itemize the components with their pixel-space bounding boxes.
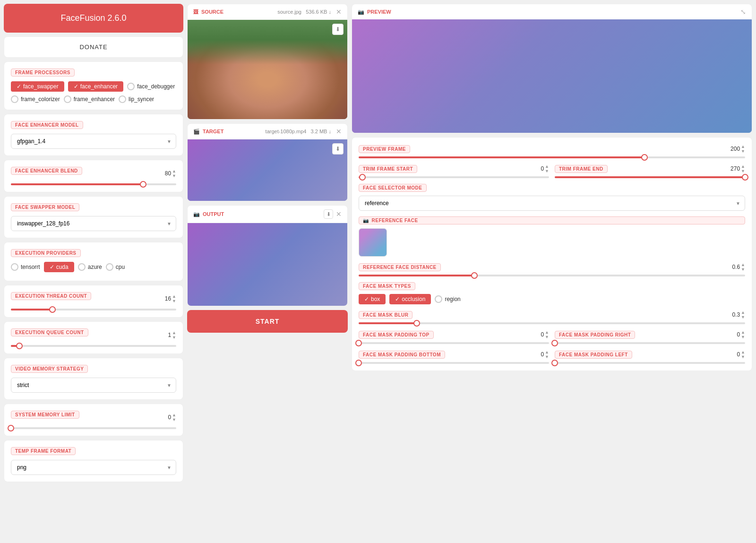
face-mask-padding-bottom-spinner[interactable]: ▲▼ bbox=[545, 350, 549, 359]
target-card-header: 🎬 TARGET target-1080p.mp4 3.2 MB ↓ ✕ bbox=[188, 124, 347, 139]
mask-type-occlusion[interactable]: ✓ occlusion bbox=[389, 294, 431, 304]
processor-frame-enhancer[interactable]: frame_enhancer bbox=[64, 95, 115, 103]
face-mask-padding-top-thumb[interactable] bbox=[355, 340, 362, 346]
reference-face-row: 📷 REFERENCE FACE bbox=[359, 216, 745, 257]
face-enhancer-model-label: FACE ENHANCER MODEL bbox=[11, 121, 83, 129]
face-mask-types-label: FACE MASK TYPES bbox=[359, 282, 415, 290]
temp-frame-format-select-wrapper: png jpg bmp bbox=[11, 460, 176, 475]
processor-frame-colorizer-checkbox bbox=[11, 95, 18, 103]
reference-face-distance-track bbox=[359, 275, 745, 276]
system-memory-limit-spinner[interactable]: ▲▼ bbox=[172, 413, 176, 422]
face-mask-padding-left-thumb[interactable] bbox=[551, 360, 558, 366]
start-button[interactable]: START bbox=[187, 310, 348, 333]
face-mask-blur-thumb[interactable] bbox=[413, 320, 420, 327]
output-card-title: 📷 OUTPUT bbox=[193, 211, 224, 217]
processor-face-debugger[interactable]: face_debugger bbox=[127, 81, 175, 92]
output-close-button[interactable]: ✕ bbox=[336, 210, 342, 218]
face-enhancer-blend-thumb[interactable] bbox=[140, 181, 146, 188]
source-download-button[interactable]: ⬇ bbox=[332, 24, 344, 35]
face-enhancer-blend-section: FACE ENHANCER BLEND 80 ▲ ▼ bbox=[4, 160, 183, 192]
execution-providers-section: EXECUTION PROVIDERS tensorrt ✓ cuda azur… bbox=[4, 242, 183, 281]
face-enhancer-model-select-wrapper: gfpgan_1.4 gfpgan_1.3 codeformer bbox=[11, 134, 176, 149]
execution-queue-count-thumb[interactable] bbox=[16, 343, 23, 349]
face-enhancer-blend-spinner[interactable]: ▲ ▼ bbox=[172, 169, 176, 178]
face-mask-padding-top-spinner[interactable]: ▲▼ bbox=[545, 330, 549, 339]
execution-queue-count-label: EXECUTION QUEUE COUNT bbox=[11, 328, 88, 336]
preview-frame-spinner[interactable]: ▲▼ bbox=[741, 144, 745, 154]
system-memory-limit-track bbox=[11, 427, 176, 429]
face-mask-padding-bottom-label: FACE MASK PADDING BOTTOM bbox=[359, 351, 445, 359]
face-mask-padding-right-thumb[interactable] bbox=[551, 340, 558, 346]
reference-face-image[interactable] bbox=[359, 228, 387, 257]
face-mask-padding-right-track bbox=[555, 342, 745, 344]
processor-face-swapper[interactable]: ✓ face_swapper bbox=[11, 81, 64, 92]
trim-frame-start-label: TRIM FRAME START bbox=[359, 165, 417, 173]
provider-tensorrt-checkbox bbox=[11, 263, 18, 271]
video-memory-strategy-select[interactable]: strict moderate tolerant bbox=[11, 378, 176, 393]
execution-queue-count-section: EXECUTION QUEUE COUNT 1 ▲▼ bbox=[4, 321, 183, 354]
reference-face-distance-spinner[interactable]: ▲▼ bbox=[741, 262, 745, 272]
target-close-button[interactable]: ✕ bbox=[336, 128, 342, 135]
mask-type-box[interactable]: ✓ box bbox=[359, 294, 386, 304]
donate-button[interactable]: DONATE bbox=[4, 36, 183, 58]
provider-azure[interactable]: azure bbox=[78, 262, 102, 272]
execution-thread-count-thumb[interactable] bbox=[49, 306, 56, 313]
mask-type-region[interactable]: region bbox=[435, 294, 460, 304]
provider-cpu[interactable]: cpu bbox=[106, 262, 125, 272]
processor-frame-colorizer[interactable]: frame_colorizer bbox=[11, 95, 60, 103]
face-mask-blur-spinner[interactable]: ▲▼ bbox=[741, 310, 745, 319]
trim-frame-end-fill bbox=[555, 176, 745, 178]
execution-queue-count-track bbox=[11, 345, 176, 347]
output-download-button[interactable]: ⬇ bbox=[324, 209, 333, 219]
target-download-button[interactable]: ⬇ bbox=[332, 143, 344, 155]
source-card-header: 🖼 SOURCE source.jpg 536.6 KB ↓ ✕ bbox=[188, 4, 347, 20]
face-enhancer-model-select[interactable]: gfpgan_1.4 gfpgan_1.3 codeformer bbox=[11, 134, 176, 149]
reference-face-label: 📷 REFERENCE FACE bbox=[359, 216, 745, 224]
output-icon: 📷 bbox=[193, 211, 200, 217]
face-selector-mode-select-wrapper: reference one many bbox=[359, 196, 745, 211]
face-mask-padding-right-spinner[interactable]: ▲▼ bbox=[741, 330, 745, 339]
trim-frame-end-spinner[interactable]: ▲▼ bbox=[741, 164, 745, 173]
face-mask-padding-right-col: FACE MASK PADDING RIGHT 0 ▲▼ bbox=[555, 330, 745, 344]
execution-thread-count-spinner[interactable]: ▲▼ bbox=[172, 294, 176, 303]
source-image bbox=[188, 20, 347, 119]
system-memory-limit-thumb[interactable] bbox=[8, 425, 14, 431]
face-mask-padding-bottom-track bbox=[359, 362, 549, 364]
reference-face-distance-thumb[interactable] bbox=[471, 272, 478, 279]
processor-face-enhancer[interactable]: ✓ face_enhancer bbox=[68, 81, 123, 92]
temp-frame-format-select[interactable]: png jpg bmp bbox=[11, 460, 176, 475]
trim-frame-end-value: 270 bbox=[730, 165, 740, 172]
face-selector-mode-row: FACE SELECTOR MODE reference one many bbox=[359, 184, 745, 211]
face-mask-padding-top-label: FACE MASK PADDING TOP bbox=[359, 331, 434, 339]
video-memory-strategy-select-wrapper: strict moderate tolerant bbox=[11, 378, 176, 393]
face-mask-padding-right-label: FACE MASK PADDING RIGHT bbox=[555, 331, 635, 339]
face-mask-padding-top-track bbox=[359, 342, 549, 344]
preview-frame-thumb[interactable] bbox=[641, 154, 648, 161]
provider-tensorrt[interactable]: tensorrt bbox=[11, 262, 40, 272]
source-close-button[interactable]: ✕ bbox=[336, 8, 342, 16]
preview-expand-button[interactable]: ⤡ bbox=[740, 8, 746, 16]
face-selector-mode-select[interactable]: reference one many bbox=[359, 196, 745, 211]
temp-frame-format-section: TEMP FRAME FORMAT png jpg bmp bbox=[4, 440, 183, 482]
face-mask-padding-left-col: FACE MASK PADDING LEFT 0 ▲▼ bbox=[555, 350, 745, 364]
face-mask-padding-bottom-thumb[interactable] bbox=[355, 360, 362, 366]
output-card: 📷 OUTPUT ⬇ ✕ bbox=[187, 205, 348, 306]
source-card: 🖼 SOURCE source.jpg 536.6 KB ↓ ✕ bbox=[187, 4, 348, 120]
execution-thread-count-label: EXECUTION THREAD COUNT bbox=[11, 292, 91, 300]
face-mask-padding-top-value: 0 bbox=[541, 331, 544, 338]
provider-cuda[interactable]: ✓ cuda bbox=[44, 262, 74, 272]
trim-frame-end-thumb[interactable] bbox=[742, 174, 748, 181]
face-mask-blur-label: FACE MASK BLUR bbox=[359, 311, 412, 319]
preview-frame-label: PREVIEW FRAME bbox=[359, 145, 410, 153]
preview-frame-value: 200 bbox=[730, 146, 740, 152]
trim-frame-start-value: 0 bbox=[541, 165, 544, 172]
processor-lip-syncer[interactable]: lip_syncer bbox=[119, 95, 154, 103]
face-mask-types-row: FACE MASK TYPES ✓ box ✓ occlusion region bbox=[359, 282, 745, 304]
trim-frame-start-spinner[interactable]: ▲▼ bbox=[545, 164, 549, 173]
face-mask-padding-bottom-value: 0 bbox=[541, 351, 544, 358]
face-swapper-model-select[interactable]: inswapper_128_fp16 inswapper_128 simswap… bbox=[11, 216, 176, 231]
face-mask-padding-left-spinner[interactable]: ▲▼ bbox=[741, 350, 745, 359]
trim-frame-start-thumb[interactable] bbox=[359, 174, 366, 181]
execution-queue-count-spinner[interactable]: ▲▼ bbox=[172, 330, 176, 340]
face-mask-blur-track bbox=[359, 322, 745, 324]
